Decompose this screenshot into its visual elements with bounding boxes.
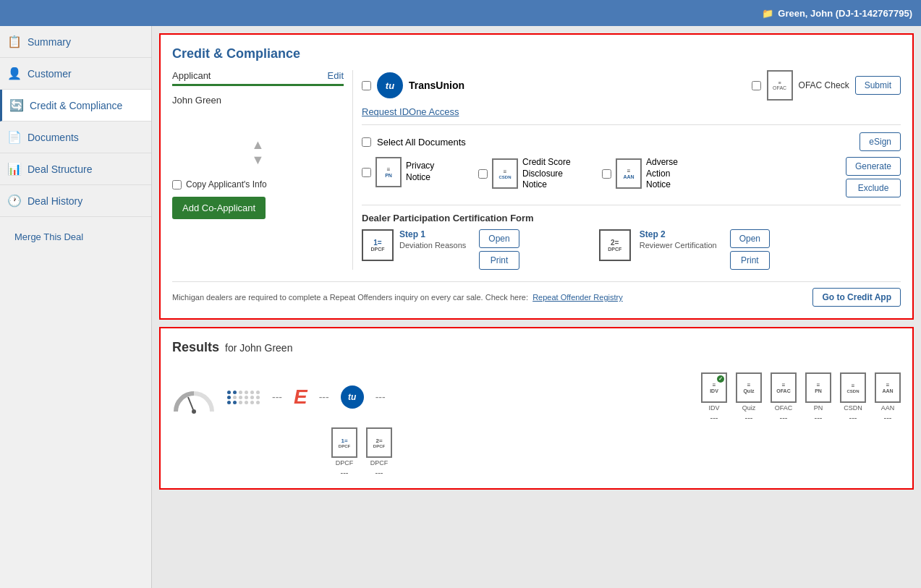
sidebar-label-summary: Summary bbox=[27, 36, 71, 48]
repeat-offender-link[interactable]: Repeat Offender Registry bbox=[532, 293, 623, 302]
copy-info-row: Copy Applicant's Info bbox=[172, 179, 344, 189]
doc-item-csdn: ≡ CSDN Credit Score Disclosure Notice bbox=[478, 157, 580, 191]
sidebar-label-dealstructure: Deal Structure bbox=[27, 163, 92, 175]
ofac-result-label: OFAC bbox=[775, 404, 793, 412]
app-container: 📁 Green, John (DJ-1-142767795) 📋 Summary… bbox=[0, 0, 921, 588]
dpcf-section: Dealer Participation Certification Form … bbox=[362, 213, 901, 270]
dpcf-step1-print-button[interactable]: Print bbox=[479, 251, 519, 270]
dpcf2-result-label: DPCF bbox=[370, 459, 389, 466]
doc-item-pn: ≡ PN Privacy Notice bbox=[362, 157, 457, 187]
sidebar-item-dealstructure[interactable]: 📊 Deal Structure bbox=[0, 153, 151, 185]
aan-result-label: AAN bbox=[881, 404, 895, 412]
deal-title: Green, John (DJ-1-142767795) bbox=[778, 8, 912, 19]
go-to-credit-app-button[interactable]: Go to Credit App bbox=[812, 288, 901, 307]
dpcf2-value: --- bbox=[375, 468, 383, 477]
applicant-label: Applicant bbox=[172, 70, 211, 81]
generate-button[interactable]: Generate bbox=[846, 157, 901, 176]
applicant-panel: Applicant Edit John Green ▲ ▼ Copy Appli… bbox=[172, 70, 353, 270]
dot-grid bbox=[227, 391, 260, 404]
dpcf-step2-sub: Reviewer Certification bbox=[640, 241, 717, 250]
aan-checkbox[interactable] bbox=[602, 169, 611, 179]
idv-value: --- bbox=[710, 413, 718, 422]
request-idone-link[interactable]: Request IDOne Access bbox=[362, 106, 459, 117]
docs-left: ≡ PN Privacy Notice bbox=[362, 157, 697, 191]
dpcf-step2-open-button[interactable]: Open bbox=[730, 229, 770, 248]
copy-info-label: Copy Applicant's Info bbox=[186, 179, 267, 189]
result-doc-icons: ≡ IDV ✓ IDV --- ≡ bbox=[701, 372, 901, 422]
results-for-label: for John Green bbox=[225, 342, 292, 354]
ofac-result-icon: ≡ OFAC bbox=[771, 372, 797, 403]
main-content: Credit & Compliance Applicant Edit John … bbox=[152, 26, 921, 588]
score-dashes-2: --- bbox=[319, 391, 329, 403]
dpcf-step1-open-button[interactable]: Open bbox=[479, 229, 519, 248]
equifax-letter: E bbox=[294, 385, 307, 409]
dpcf-step1-sub: Deviation Reasons bbox=[399, 241, 466, 250]
add-coapplicant-button[interactable]: Add Co-Applicant bbox=[172, 197, 266, 219]
credit-compliance-panel: Credit & Compliance Applicant Edit John … bbox=[159, 33, 914, 320]
dpcf-row: 1= DPCF Step 1 Deviation Reasons Open bbox=[362, 229, 901, 270]
full-docs-row: ≡ PN Privacy Notice bbox=[362, 157, 901, 197]
ofac-value: --- bbox=[780, 413, 788, 422]
sidebar-item-dealhistory[interactable]: 🕐 Deal History bbox=[0, 185, 151, 217]
docs-right-actions: eSign bbox=[860, 132, 901, 151]
dpcf1-result-label: DPCF bbox=[336, 459, 354, 466]
dpcf-step1-btns: Open Print bbox=[479, 229, 519, 270]
dealhistory-icon: 🕐 bbox=[7, 194, 22, 208]
sidebar-item-credit[interactable]: 🔄 Credit & Compliance bbox=[0, 90, 151, 122]
sidebar-label-documents: Documents bbox=[27, 132, 79, 143]
dealstructure-icon: 📊 bbox=[7, 162, 22, 176]
pn-checkbox[interactable] bbox=[362, 168, 371, 177]
sidebar: 📋 Summary 👤 Customer 🔄 Credit & Complian… bbox=[0, 26, 152, 588]
divider-1 bbox=[362, 124, 901, 125]
copy-info-checkbox[interactable] bbox=[172, 180, 182, 189]
dpcf-step2-print-button[interactable]: Print bbox=[730, 251, 770, 270]
result-doc-idv: ≡ IDV ✓ IDV --- bbox=[701, 372, 727, 422]
csdn-result-icon: ≡ CSDN bbox=[840, 372, 866, 403]
csdn-result-label: CSDN bbox=[844, 404, 862, 412]
transunion-checkbox[interactable] bbox=[362, 81, 371, 90]
ofac-checkbox[interactable] bbox=[752, 81, 761, 90]
pn-label: Privacy Notice bbox=[406, 161, 457, 183]
result-doc-dpcf1: 1= DPCF DPCF --- bbox=[331, 427, 357, 477]
result-doc-quiz: ≡ Quiz Quiz --- bbox=[736, 372, 762, 422]
compliance-panel: tu TransUnion ≡ OFAC bbox=[362, 70, 901, 270]
pn-result-icon: ≡ PN bbox=[805, 372, 831, 403]
dpcf-step1-label: Step 1 bbox=[399, 229, 466, 239]
sidebar-item-documents[interactable]: 📄 Documents bbox=[0, 122, 151, 153]
dpcf-title: Dealer Participation Certification Form bbox=[362, 213, 901, 223]
quiz-result-icon: ≡ Quiz bbox=[736, 372, 762, 403]
esign-button[interactable]: eSign bbox=[860, 132, 901, 151]
results-title: Results bbox=[172, 340, 219, 355]
result-doc-pn: ≡ PN PN --- bbox=[805, 372, 831, 422]
bottom-row: Michigan dealers are required to complet… bbox=[172, 281, 901, 307]
gauge-svg bbox=[172, 379, 216, 415]
select-all-checkbox[interactable] bbox=[362, 137, 371, 147]
credit-inner: Applicant Edit John Green ▲ ▼ Copy Appli… bbox=[172, 70, 901, 270]
sidebar-item-summary[interactable]: 📋 Summary bbox=[0, 26, 151, 58]
aan-value: --- bbox=[884, 413, 892, 422]
scroll-up-icon: ▲ bbox=[252, 137, 265, 153]
results-row: --- E --- tu --- bbox=[172, 372, 901, 422]
tu-result-icon: tu bbox=[341, 385, 364, 409]
quiz-label: Quiz bbox=[742, 404, 756, 412]
submit-button[interactable]: Submit bbox=[855, 76, 901, 95]
edit-link[interactable]: Edit bbox=[328, 70, 344, 81]
merge-deal-link[interactable]: Merge This Deal bbox=[7, 224, 144, 250]
dpcf-step2-btns: Open Print bbox=[730, 229, 770, 270]
dpcf1-result-icon: 1= DPCF bbox=[331, 427, 357, 458]
sidebar-item-customer[interactable]: 👤 Customer bbox=[0, 58, 151, 90]
exclude-button[interactable]: Exclude bbox=[846, 179, 901, 197]
tu-result-label: tu bbox=[348, 392, 356, 402]
equifax-score: E bbox=[294, 385, 307, 409]
aan-result-icon: ≡ AAN bbox=[875, 372, 901, 403]
csdn-icon: ≡ CSDN bbox=[492, 158, 518, 189]
dpcf-step1-icon: 1= DPCF bbox=[362, 229, 394, 261]
csdn-checkbox[interactable] bbox=[478, 169, 488, 179]
idv-label: IDV bbox=[708, 404, 719, 412]
results-section: Results for John Green bbox=[159, 327, 914, 490]
dpcf-step2-label: Step 2 bbox=[640, 229, 717, 239]
result-doc-csdn: ≡ CSDN CSDN --- bbox=[840, 372, 866, 422]
sidebar-label-credit: Credit & Compliance bbox=[30, 100, 122, 111]
dpcf-step2-icon: 2= DPCF bbox=[599, 229, 631, 261]
score-dashes-3: --- bbox=[375, 391, 386, 403]
